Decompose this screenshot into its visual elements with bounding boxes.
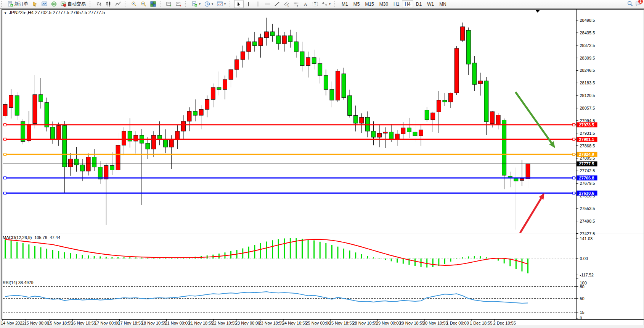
toolbar-new-order-button[interactable]: 新订单 (6, 0, 30, 8)
time-axis[interactable]: 14 Nov 202215 Nov 00:0015 Nov 18:5516 No… (1, 320, 516, 325)
toolbar-crosshair-button[interactable] (244, 0, 253, 8)
toolbar-zoom-out-button[interactable] (139, 0, 148, 8)
timeframe-mn-button[interactable]: MN (437, 0, 449, 8)
hline-handle[interactable] (4, 138, 6, 141)
toolbar-zoom-in-button[interactable] (129, 0, 139, 8)
toolbar-text-button[interactable]: A (301, 0, 310, 8)
chevron-down-icon[interactable]: ▾ (329, 2, 331, 6)
hline-handle[interactable] (573, 153, 575, 155)
timeframe-d1-button[interactable]: D1 (413, 0, 424, 8)
toolbar-trendline-button[interactable] (272, 0, 282, 8)
signal-icon (51, 1, 57, 7)
candle-bullish (419, 130, 423, 136)
toolbar-bars-button[interactable] (94, 0, 104, 8)
toolbar-cursor-button[interactable] (234, 0, 244, 8)
hline-handle[interactable] (573, 177, 575, 179)
hline-handle[interactable] (4, 153, 6, 155)
candle-bullish (175, 131, 180, 139)
search-icon[interactable] (627, 1, 633, 8)
toolbar-line-chart-button[interactable] (113, 0, 123, 8)
chevron-down-icon[interactable]: ▾ (199, 2, 201, 6)
toolbar-vline-button[interactable] (253, 0, 263, 8)
toolbar-separator (230, 1, 232, 7)
hline-price-chip-label: 27973.5 (579, 123, 594, 127)
candle-bearish (288, 36, 292, 42)
timeframe-h4-button[interactable]: H4 (402, 0, 413, 8)
candle-bullish (68, 159, 72, 167)
toolbar-chart-pointer-button[interactable] (30, 0, 40, 8)
candle-bearish (157, 135, 162, 139)
toolbar-tile-windows-button[interactable] (148, 0, 158, 8)
timeframe-m5-button[interactable]: M5 (351, 0, 363, 8)
time-tick-label: 22 Nov 10:55 (212, 321, 237, 325)
toolbar-fibonacci-button[interactable]: F (291, 0, 301, 8)
toolbar-templates-button[interactable]: ▾ (215, 0, 228, 8)
candle-bullish (259, 38, 263, 46)
time-tick-label: 21 Nov 00:00 (165, 321, 190, 325)
toolbar-chart-shift-button[interactable] (174, 0, 183, 8)
timeframe-m30-button[interactable]: M30 (377, 0, 391, 8)
candle-bullish (205, 99, 209, 109)
toolbar-text-label-button[interactable]: T (310, 0, 320, 8)
time-tick-label: 28 Nov 10:55 (353, 321, 377, 325)
candle-bearish (164, 139, 168, 147)
candle-bullish (461, 27, 465, 40)
chart-title-collapse-icon[interactable]: ▼ (4, 11, 7, 15)
svg-text:A: A (304, 2, 307, 7)
candle-bearish (300, 52, 304, 66)
candle-bullish (247, 42, 251, 52)
toolbar-candles-button[interactable] (104, 0, 113, 8)
candle-bearish (98, 167, 102, 179)
time-tick-label: 14 Nov 2022 (1, 321, 24, 325)
chevron-down-icon[interactable]: ▾ (212, 2, 213, 6)
timeframe-w1-button[interactable]: W1 (424, 0, 437, 8)
hline-handle[interactable] (4, 124, 6, 126)
hline-handle[interactable] (573, 124, 575, 126)
toolbar-indicators-button[interactable]: ▾ (190, 0, 202, 8)
toolbar-signal-button[interactable] (49, 0, 59, 8)
candle-bullish (520, 178, 524, 180)
toolbar-hline-button[interactable] (263, 0, 272, 8)
line-chart-icon (115, 1, 121, 7)
candle-bullish (490, 111, 495, 124)
candle-bearish (252, 42, 257, 45)
toolbar-separator (125, 1, 127, 7)
candle-bullish (199, 109, 203, 115)
chevron-down-icon[interactable]: ▾ (224, 2, 226, 6)
timeframe-h1-button[interactable]: H1 (391, 0, 402, 8)
chart-pointer-icon (32, 1, 38, 7)
candle-bullish (181, 121, 185, 131)
candle-bullish (86, 157, 90, 171)
toolbar-profiles-button[interactable] (40, 0, 49, 8)
profiles-icon (42, 1, 47, 7)
candle-bullish (229, 69, 233, 79)
price-tick-label: 28120.5 (580, 93, 595, 98)
timeframe-m1-button[interactable]: M1 (339, 0, 351, 8)
hline-price-chip-label: 27901.1 (579, 137, 594, 142)
hline-handle[interactable] (573, 192, 575, 194)
candle-bearish (407, 128, 411, 132)
hline-icon (265, 1, 270, 7)
macd-axis-label: 0.00 (580, 256, 588, 261)
chart-title[interactable]: ▼JPN225-,H4 27702.5 27777.5 27657.5 2777… (4, 10, 105, 15)
candle-bearish (63, 126, 67, 167)
toolbar-auto-scroll-button[interactable] (164, 0, 174, 8)
hline-handle[interactable] (4, 177, 6, 179)
toolbar-arrows-tool-button[interactable]: ▾ (320, 0, 332, 8)
price-tick-label: 28372.5 (580, 43, 595, 48)
toolbar-autotrading-button[interactable]: 自动交易 (59, 0, 88, 8)
candle-bearish (318, 63, 322, 75)
hline-handle[interactable] (573, 138, 575, 141)
hline-handle[interactable] (4, 192, 6, 194)
candle-bearish (92, 157, 96, 167)
toolbar-group-zoom (128, 0, 159, 8)
candle-bearish (45, 103, 49, 127)
toolbar-periods-button[interactable]: ▾ (202, 0, 215, 8)
chart-canvas[interactable]: 28498.528435.528372.528309.528246.528183… (0, 8, 644, 328)
price-tick-label: 28435.5 (580, 31, 595, 35)
fibonacci-icon: F (293, 1, 299, 7)
toolbar-channel-button[interactable]: E (282, 0, 291, 8)
notifications-button[interactable]: 1 (635, 1, 641, 8)
price-tick-label: 27679.5 (580, 181, 595, 186)
timeframe-m15-button[interactable]: M15 (362, 0, 376, 8)
